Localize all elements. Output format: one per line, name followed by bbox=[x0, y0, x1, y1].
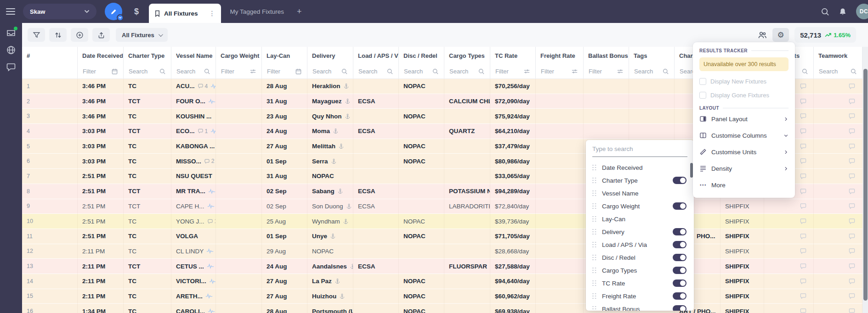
bubble-big-icon[interactable] bbox=[848, 157, 856, 165]
bubble-big-icon[interactable] bbox=[800, 128, 807, 135]
bubble-big-icon[interactable] bbox=[800, 157, 807, 165]
bubble-big-icon[interactable] bbox=[800, 247, 807, 255]
pulse-icon[interactable] bbox=[210, 84, 216, 89]
currency-icon[interactable]: $ bbox=[134, 7, 139, 17]
toggle-on[interactable] bbox=[673, 177, 686, 184]
sort-button[interactable] bbox=[49, 28, 67, 42]
bubble-big-icon[interactable] bbox=[848, 112, 856, 120]
bubble-big-icon[interactable] bbox=[800, 233, 807, 240]
column-toggle-row-lay-can[interactable]: Lay-Can bbox=[592, 212, 686, 225]
column-toggle-row-disc-redel[interactable]: Disc / Redel bbox=[592, 251, 686, 264]
col-filter-delivery[interactable]: Search bbox=[307, 64, 353, 78]
toggle-on[interactable] bbox=[673, 305, 686, 311]
bubble-big-icon[interactable] bbox=[848, 188, 856, 195]
column-toggle-row-tc-rate[interactable]: TC Rate bbox=[592, 277, 686, 290]
bubble-big-icon[interactable] bbox=[800, 188, 807, 195]
users-icon[interactable] bbox=[758, 31, 767, 39]
checkbox-display-gone-fixtures[interactable]: Display Gone Fixtures bbox=[699, 92, 789, 99]
pulse-icon[interactable] bbox=[206, 248, 214, 254]
drag-handle-icon[interactable] bbox=[592, 280, 596, 286]
column-toggle-row-charter-type[interactable]: Charter Type bbox=[592, 174, 686, 187]
col-header-vessel[interactable]: Vessel Name bbox=[171, 47, 216, 64]
export-button[interactable] bbox=[92, 28, 110, 42]
filter-button[interactable] bbox=[28, 28, 45, 42]
comment-count-badge[interactable]: 4 bbox=[198, 83, 208, 89]
tab-my-tagged-fixtures[interactable]: My Tagged Fixtures bbox=[221, 0, 294, 23]
table-row[interactable]: 142:11 PMTCVICTORI...27 AugLa PazNOPAC$9… bbox=[22, 274, 862, 289]
col-header-laycan[interactable]: Lay-Can bbox=[262, 47, 307, 64]
col-header-tc_rate[interactable]: TC Rate bbox=[490, 47, 536, 64]
drag-handle-icon[interactable] bbox=[592, 165, 596, 171]
search-icon[interactable] bbox=[478, 68, 485, 75]
table-row[interactable]: 132:11 PMTCTCETUS ...24 AugAandalsnesECS… bbox=[22, 259, 862, 274]
pulse-icon[interactable] bbox=[209, 279, 216, 284]
col-filter-laycan[interactable]: Filter bbox=[262, 64, 307, 78]
menu-item-density[interactable]: Density bbox=[699, 160, 789, 177]
col-header-num[interactable]: # bbox=[22, 47, 78, 64]
column-toggle-row-cargo-types[interactable]: Cargo Types bbox=[592, 264, 686, 277]
bubble-big-icon[interactable] bbox=[800, 83, 807, 90]
search-icon[interactable] bbox=[821, 7, 829, 16]
tab-menu-icon[interactable]: ⋮ bbox=[209, 10, 216, 17]
bubble-big-icon[interactable] bbox=[848, 202, 856, 210]
bubble-big-icon[interactable] bbox=[800, 278, 807, 285]
menu-item-customise-units[interactable]: Customise Units bbox=[699, 144, 789, 160]
bubble-big-icon[interactable] bbox=[800, 98, 807, 105]
search-icon[interactable] bbox=[341, 68, 348, 75]
col-header-cargo_types[interactable]: Cargo Types bbox=[444, 47, 490, 64]
toggle-on[interactable] bbox=[673, 202, 686, 210]
add-fixture-button[interactable] bbox=[71, 28, 88, 42]
table-row[interactable]: 122:11 PMTCCL LINDY29 AugNOPAC$28,668/da… bbox=[22, 244, 862, 259]
col-filter-date[interactable]: Filter bbox=[78, 64, 124, 78]
bubble-big-icon[interactable] bbox=[848, 83, 856, 90]
globe-icon[interactable] bbox=[6, 45, 16, 55]
pulse-icon[interactable] bbox=[208, 189, 216, 194]
sliders-icon[interactable] bbox=[250, 68, 256, 75]
pulse-icon[interactable] bbox=[208, 99, 216, 104]
column-toggle-row-delivery[interactable]: Delivery bbox=[592, 225, 686, 238]
toggle-on[interactable] bbox=[673, 279, 686, 287]
drag-handle-icon[interactable] bbox=[592, 190, 596, 196]
bubble-big-icon[interactable] bbox=[848, 307, 856, 313]
drag-handle-icon[interactable] bbox=[592, 229, 596, 235]
table-row[interactable]: 152:11 PMTCARETH...27 AugHuizhouNOPAC$60… bbox=[22, 289, 862, 304]
settings-button[interactable]: ⚙ bbox=[772, 28, 789, 42]
column-toggle-row-ballast-bonus[interactable]: Ballast Bonus bbox=[592, 302, 686, 311]
column-toggle-row-date-received[interactable]: Date Received bbox=[592, 161, 686, 174]
pulse-icon[interactable] bbox=[210, 129, 216, 134]
column-toggle-row-freight-rate[interactable]: Freight Rate bbox=[592, 290, 686, 302]
bubble-big-icon[interactable] bbox=[800, 218, 807, 225]
col-filter-cargo_weight[interactable]: Filter bbox=[216, 64, 262, 78]
calendar-icon[interactable] bbox=[111, 68, 118, 75]
col-filter-tc_rate[interactable]: Filter bbox=[490, 64, 536, 78]
col-filter-teamwork[interactable]: Search bbox=[814, 64, 862, 78]
search-icon[interactable] bbox=[386, 68, 393, 75]
comment-count-badge[interactable]: 1 bbox=[198, 128, 208, 134]
hamburger-menu-icon[interactable] bbox=[6, 7, 16, 16]
col-filter-vessel[interactable]: Search bbox=[171, 64, 216, 78]
toggle-on[interactable] bbox=[673, 241, 686, 248]
bell-icon[interactable] bbox=[839, 7, 847, 16]
col-filter-charter[interactable]: Search bbox=[124, 64, 171, 78]
bubble-big-icon[interactable] bbox=[800, 307, 807, 313]
col-header-freight[interactable]: Freight Rate bbox=[536, 47, 584, 64]
table-row[interactable]: 161:34 PMTCCAROLI...28 AugPortsmouth (U.… bbox=[22, 304, 862, 313]
table-row[interactable]: 92:51 PMTCTCAPE H...02 SepSon DuongECSAL… bbox=[22, 199, 862, 214]
bubble-big-icon[interactable] bbox=[848, 292, 856, 300]
menu-item-panel-layout[interactable]: Panel Layout bbox=[699, 111, 789, 127]
drag-handle-icon[interactable] bbox=[592, 216, 596, 222]
tab-all-fixtures[interactable]: All Fixtures ⋮ bbox=[149, 4, 221, 23]
col-filter-tags[interactable]: Search bbox=[629, 64, 675, 78]
col-header-tags[interactable]: Tags bbox=[629, 47, 675, 64]
toggle-on[interactable] bbox=[673, 267, 686, 274]
col-filter-freight[interactable]: Filter bbox=[536, 64, 584, 78]
bubble-big-icon[interactable] bbox=[800, 292, 807, 300]
col-filter-cargo_types[interactable]: Search bbox=[444, 64, 490, 78]
column-toggle-row-load-aps-via[interactable]: Load / APS / Via bbox=[592, 238, 686, 251]
col-header-delivery[interactable]: Delivery bbox=[307, 47, 353, 64]
avatar[interactable]: DC bbox=[856, 4, 868, 19]
table-row[interactable]: 102:51 PMTCYONG J...125 AugWyndhamNOPAC$… bbox=[22, 214, 862, 229]
comment-count-badge[interactable]: 1 bbox=[207, 218, 216, 224]
bubble-big-icon[interactable] bbox=[848, 98, 856, 105]
col-filter-load[interactable]: Search bbox=[353, 64, 399, 78]
